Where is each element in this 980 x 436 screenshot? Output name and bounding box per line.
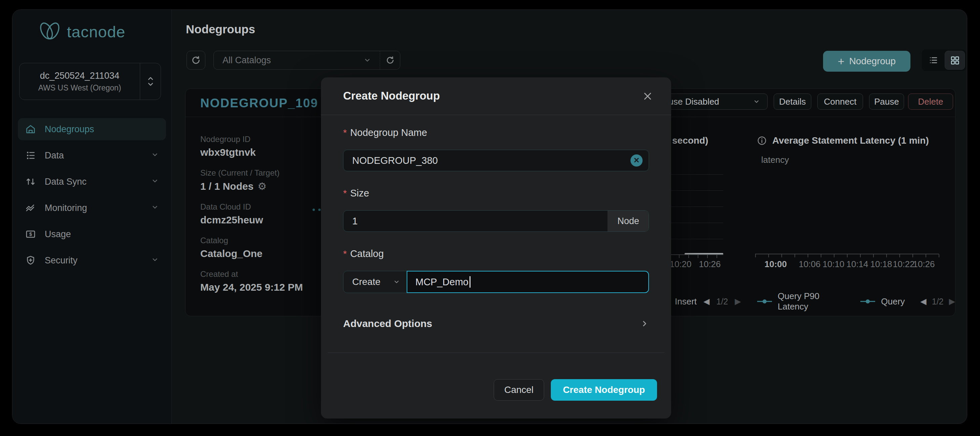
info-icon[interactable] [757, 136, 767, 146]
modal-title: Create Nodegroup [343, 89, 440, 102]
data-cloud-id-value: dcmz25heuw [200, 214, 311, 226]
sidebar-item-label: Data Sync [45, 177, 87, 187]
sidebar-item-usage[interactable]: Usage [18, 223, 166, 245]
chevron-down-icon [147, 82, 154, 86]
gear-icon[interactable]: ⚙ [258, 180, 267, 192]
chevron-down-icon [151, 203, 159, 213]
logo: tacnode [37, 21, 126, 42]
x-tick-label: 10:14 [846, 259, 868, 270]
chevron-down-icon [393, 279, 400, 285]
refresh-icon [191, 56, 200, 65]
catalog-name-input[interactable]: MCP_Demo [407, 271, 649, 293]
refresh-catalogs-button[interactable] [380, 51, 400, 69]
shield-icon [25, 255, 36, 266]
size-field: Node [343, 210, 649, 232]
x-tick-label: 10:20 [670, 259, 691, 270]
details-button[interactable]: Details [774, 94, 811, 110]
chevron-up-icon [147, 77, 154, 81]
catalog-filter-select[interactable]: All Catalogs [214, 51, 380, 69]
usage-icon [25, 229, 36, 240]
label-text: Catalog [350, 248, 384, 259]
modal-header: Create Nodegroup [321, 77, 671, 115]
cancel-button[interactable]: Cancel [494, 379, 544, 401]
sidebar-item-data[interactable]: Data [18, 144, 166, 166]
tacnode-logo-icon [37, 21, 63, 42]
required-asterisk: * [343, 249, 347, 259]
close-icon [643, 91, 653, 101]
warehouse-icon [25, 124, 36, 134]
create-nodegroup-submit-button[interactable]: Create Nodegroup [551, 379, 657, 401]
qps-chart-x-ticks [670, 255, 724, 258]
legend-marker-icon [860, 299, 875, 304]
cluster-selector[interactable]: dc_250524_211034 AWS US West (Oregon) [19, 63, 161, 100]
catalog-value: Catalog_One [200, 248, 311, 259]
sidebar-item-data-sync[interactable]: Data Sync [18, 171, 166, 193]
nodegroup-name-input[interactable] [344, 155, 630, 166]
required-asterisk: * [343, 188, 347, 198]
cluster-region: AWS US West (Oregon) [38, 83, 121, 93]
catalog-name-value: MCP_Demo [415, 276, 468, 287]
size-input[interactable] [344, 216, 608, 227]
cluster-switcher[interactable] [140, 63, 161, 100]
list-icon [928, 55, 938, 65]
required-asterisk: * [343, 128, 347, 138]
grid-view-button[interactable] [945, 51, 965, 70]
legend-page: 1/2 [716, 297, 728, 307]
clear-input-icon[interactable]: ✕ [630, 155, 643, 166]
size-label: *Size [343, 188, 369, 199]
sidebar-item-security[interactable]: Security [18, 249, 166, 272]
x-tick-label: 10:06 [799, 259, 820, 270]
chevron-down-icon [753, 98, 760, 105]
nodegroup-details: Nodegroup ID wbx9tgtnvk Size (Current / … [200, 134, 311, 293]
field-label: Nodegroup ID [200, 134, 311, 144]
legend-item[interactable]: Query P90 Latency [778, 291, 845, 312]
legend-item[interactable]: Insert [675, 296, 697, 307]
chevron-down-icon [364, 56, 371, 64]
footer-divider [328, 353, 664, 353]
catalog-mode-select[interactable]: Create [343, 271, 407, 293]
new-nodegroup-label: Nodegroup [849, 56, 896, 67]
chevron-down-icon [151, 150, 159, 161]
nodegroup-id-value: wbx9tgtnvk [200, 147, 311, 158]
view-toggle [922, 50, 966, 71]
legend-page: 1/2 [932, 297, 944, 307]
cluster-name: dc_250524_211034 [40, 71, 119, 81]
legend-next-icon[interactable]: ▶ [949, 297, 955, 306]
label-text: Size [350, 188, 369, 198]
latency-chart-header: Average Statement Latency (1 min) [757, 135, 929, 146]
connect-button[interactable]: Connect [817, 94, 863, 110]
refresh-nodegroups-button[interactable] [186, 51, 205, 70]
close-button[interactable] [641, 89, 654, 103]
legend-prev-icon[interactable]: ◀ [920, 297, 926, 306]
catalog-filter-value: All Catalogs [223, 55, 271, 65]
sidebar-item-monitoring[interactable]: Monitoring [18, 197, 166, 219]
size-text: 1 / 1 Nodes [200, 180, 253, 192]
legend-next-icon[interactable]: ▶ [735, 297, 741, 306]
refresh-icon [386, 56, 395, 65]
grid-icon [950, 55, 960, 65]
sync-icon [25, 176, 36, 187]
delete-button[interactable]: Delete [908, 94, 953, 110]
nodegroup-title: NODEGROUP_109 [200, 96, 318, 110]
advanced-options-toggle[interactable]: Advanced Options [343, 316, 649, 331]
list-view-button[interactable] [923, 51, 943, 70]
app-window: tacnode dc_250524_211034 AWS US West (Or… [12, 10, 967, 424]
created-at-value: May 24, 2025 9:12 PM [200, 281, 311, 293]
data-icon [25, 150, 36, 161]
legend-item[interactable]: Query [881, 296, 905, 307]
plus-icon: + [838, 56, 845, 67]
legend-prev-icon[interactable]: ◀ [703, 297, 710, 306]
pause-button[interactable]: Pause [869, 94, 904, 110]
nodegroup-name-label: *Nodegroup Name [343, 127, 427, 138]
create-nodegroup-modal: Create Nodegroup *Nodegroup Name ✕ *Size… [321, 77, 671, 418]
advanced-options-label: Advanced Options [343, 318, 432, 329]
sidebar-item-nodegroups[interactable]: Nodegroups [18, 118, 166, 140]
latency-chart-series-label: latency [761, 155, 789, 165]
sidebar-item-label: Usage [45, 229, 71, 240]
size-value: 1 / 1 Nodes ⚙ [200, 180, 311, 192]
sidebar-item-label: Data [45, 150, 64, 161]
page-title: Nodegroups [186, 22, 255, 36]
new-nodegroup-button[interactable]: + Nodegroup [823, 51, 910, 72]
x-tick-label: 10:18 [870, 259, 892, 270]
logo-text: tacnode [67, 22, 126, 41]
